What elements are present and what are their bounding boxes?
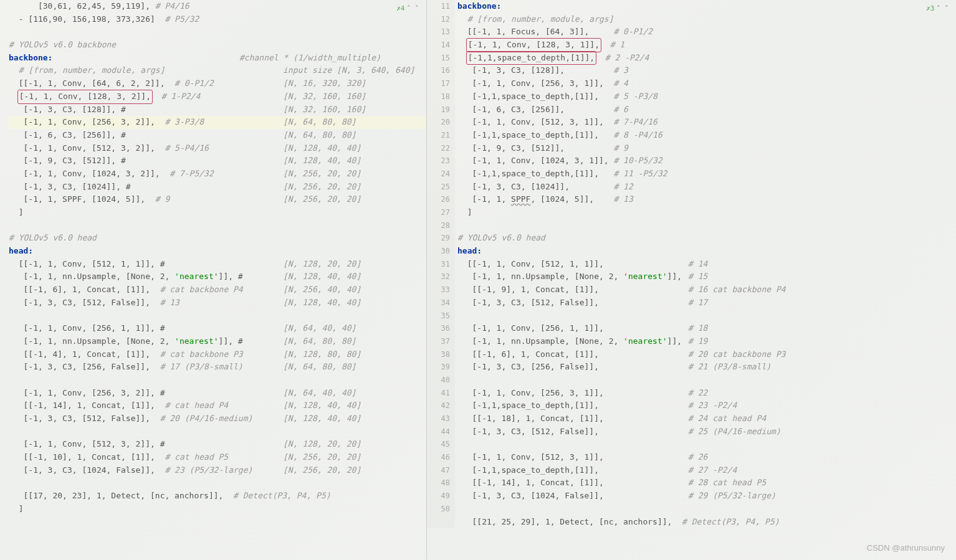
- code-line: [[-1, 9], 1, Concat, [1]],# 16 cat backb…: [457, 283, 956, 297]
- right-pane: ✗3˄ ˅ 1112131415161718192021222324252627…: [427, 0, 956, 560]
- line-number: 25: [427, 181, 450, 194]
- code-line: [-1, 1, nn.Upsample, [None, 2, 'nearest'…: [9, 335, 426, 348]
- code-line: [-1, 6, C3, [256]], # 6: [457, 103, 956, 116]
- line-number: 17: [427, 77, 450, 90]
- code-line: [-1, 1, nn.Upsample, [None, 2, 'nearest'…: [457, 335, 956, 348]
- line-number: 15: [427, 52, 450, 65]
- code-area-right[interactable]: backbone: # [from, number, module, args]…: [455, 0, 956, 528]
- code-line: [-1,1,space_to_depth,[1]], # 2 -P2/4: [457, 52, 956, 65]
- code-line: # [from, number, module, args]input size…: [9, 64, 426, 77]
- code-line: [-1,1,space_to_depth,[1]], # 5 -P3/8: [457, 90, 956, 103]
- code-line: [-1,1,space_to_depth,[1]], # 11 -P5/32: [457, 168, 956, 181]
- code-line: [[17, 20, 23], 1, Detect, [nc, anchors]]…: [9, 490, 426, 503]
- line-number: 46: [427, 451, 450, 464]
- watermark: CSDN @athrunsunny: [867, 542, 945, 555]
- code-line: [-1, 1, Conv, [256, 1, 1]],# 18: [457, 322, 956, 335]
- code-line: head:: [9, 245, 426, 258]
- code-line: [[-1, 18], 1, Concat, [1]],# 24 cat head…: [457, 412, 956, 425]
- line-number: 13: [427, 26, 450, 39]
- code-line: [-1, 9, C3, [512]], #[N, 128, 40, 40]: [9, 154, 426, 168]
- code-line: - [116,90, 156,198, 373,326] # P5/32: [9, 13, 426, 26]
- diff-viewer: ✗4˄ ˅ [30,61, 62,45, 59,119], # P4/16 - …: [0, 0, 956, 560]
- code-line: [9, 219, 426, 232]
- line-number: 30: [427, 245, 450, 258]
- code-line: [[-1, 6], 1, Concat, [1]], # cat backbon…: [9, 283, 426, 297]
- code-line: [[-1, 1, Conv, [512, 1, 1]],# 14: [457, 258, 956, 271]
- code-line: backbone:: [457, 0, 956, 13]
- code-line: [-1, 3, C3, [1024, False]],# 29 (P5/32-l…: [457, 490, 956, 503]
- code-line: [9, 310, 426, 323]
- line-number: 35: [427, 310, 450, 323]
- line-number: 18: [427, 90, 450, 103]
- code-line: [-1, 3, C3, [512, False]],# 25 (P4/16-me…: [457, 425, 956, 439]
- code-line: # [from, number, module, args]: [457, 13, 956, 26]
- code-line: [-1, 3, C3, [512, False]],# 17: [457, 297, 956, 310]
- line-number: 37: [427, 335, 450, 348]
- line-number: 19: [427, 103, 450, 116]
- line-number: 33: [427, 283, 450, 297]
- line-number: 28: [427, 219, 450, 232]
- code-line: [30,61, 62,45, 59,119], # P4/16: [9, 0, 426, 13]
- code-line: # YOLOv5 v6.0 head: [9, 232, 426, 245]
- code-line: [9, 374, 426, 387]
- line-number: 20: [427, 116, 450, 129]
- line-number: 32: [427, 270, 450, 283]
- code-line: [-1, 1, Conv, [1024, 3, 2]], # 7-P5/32[N…: [9, 168, 426, 181]
- line-number: 39: [427, 361, 450, 374]
- line-number: 49: [427, 490, 450, 503]
- code-line: head:: [457, 245, 956, 258]
- code-line: [[-1, 4], 1, Concat, [1]], # cat backbon…: [9, 348, 426, 361]
- line-number: 48: [427, 477, 450, 490]
- code-line: [-1, 6, C3, [256]], #[N, 64, 80, 80]: [9, 129, 426, 142]
- code-line: [-1, 1, Conv, [1024, 3, 1]], # 10-P5/32: [457, 154, 956, 168]
- code-line: [457, 374, 956, 387]
- code-line: # YOLOv5 v6.0 backbone: [9, 39, 426, 52]
- code-line: [-1, 3, C3, [512, False]], # 20 (P4/16-m…: [9, 412, 426, 425]
- code-line: [[-1, 10], 1, Concat, [1]], # cat head P…: [9, 451, 426, 464]
- code-line: ]: [457, 206, 956, 219]
- line-number: 21: [427, 129, 450, 142]
- code-line: [457, 219, 956, 232]
- line-number: [427, 516, 450, 529]
- code-line: [[-1, 6], 1, Concat, [1]],# 20 cat backb…: [457, 348, 956, 361]
- code-line: [-1, 3, C3, [128]], #[N, 32, 160, 160]: [9, 103, 426, 116]
- code-line: [-1, 9, C3, [512]], # 9: [457, 142, 956, 155]
- code-area-left[interactable]: [30,61, 62,45, 59,119], # P4/16 - [116,9…: [6, 0, 426, 516]
- code-line: [-1, 1, nn.Upsample, [None, 2, 'nearest'…: [9, 270, 426, 283]
- code-line: [-1,1,space_to_depth,[1]],# 27 -P2/4: [457, 464, 956, 477]
- code-line: [-1, 1, SPPF, [1024, 5]], # 13: [457, 193, 956, 206]
- code-line: [-1, 3, C3, [1024]], # 12: [457, 181, 956, 194]
- gutter-right: 1112131415161718192021222324252627282930…: [427, 0, 455, 528]
- code-line: ]: [9, 206, 426, 219]
- code-line: [9, 425, 426, 439]
- code-line: [-1, 1, Conv, [128, 3, 2]], # 1-P2/4[N, …: [9, 90, 426, 103]
- code-line: [-1, 1, Conv, [512, 3, 1]],# 26: [457, 451, 956, 464]
- code-line: [9, 26, 426, 39]
- code-line: [-1, 3, C3, [256, False]],# 21 (P3/8-sma…: [457, 361, 956, 374]
- line-number: 29: [427, 232, 450, 245]
- code-line: [-1, 1, Conv, [256, 1, 1]], #[N, 64, 40,…: [9, 322, 426, 335]
- code-line: [-1,1,space_to_depth,[1]], # 8 -P4/16: [457, 129, 956, 142]
- line-number: 31: [427, 258, 450, 271]
- line-number: 36: [427, 322, 450, 335]
- code-line: [-1, 3, C3, [128]], # 3: [457, 64, 956, 77]
- line-number: 11: [427, 0, 450, 13]
- code-line: [-1, 1, Conv, [128, 3, 1]], # 1: [457, 39, 956, 52]
- code-line: [9, 477, 426, 490]
- code-line: [-1, 3, C3, [1024, False]], # 23 (P5/32-…: [9, 464, 426, 477]
- line-number: 14: [427, 39, 450, 52]
- code-line: [-1, 3, C3, [256, False]], # 17 (P3/8-sm…: [9, 361, 426, 374]
- line-number: 26: [427, 193, 450, 206]
- code-line: [[-1, 1, Focus, [64, 3]], # 0-P1/2: [457, 26, 956, 39]
- line-number: 47: [427, 464, 450, 477]
- line-number: 27: [427, 206, 450, 219]
- code-line: ]: [9, 503, 426, 516]
- code-line: [-1, 1, Conv, [256, 3, 1]],# 22: [457, 387, 956, 400]
- line-number: 50: [427, 503, 450, 516]
- code-line: [[-1, 14], 1, Concat, [1]], # cat head P…: [9, 399, 426, 412]
- left-pane: ✗4˄ ˅ [30,61, 62,45, 59,119], # P4/16 - …: [0, 0, 427, 560]
- code-line: [-1, 1, nn.Upsample, [None, 2, 'nearest'…: [457, 270, 956, 283]
- code-line: backbone:#channel * (1/width_multiple): [9, 52, 426, 65]
- line-number: 45: [427, 438, 450, 451]
- line-number: 12: [427, 13, 450, 26]
